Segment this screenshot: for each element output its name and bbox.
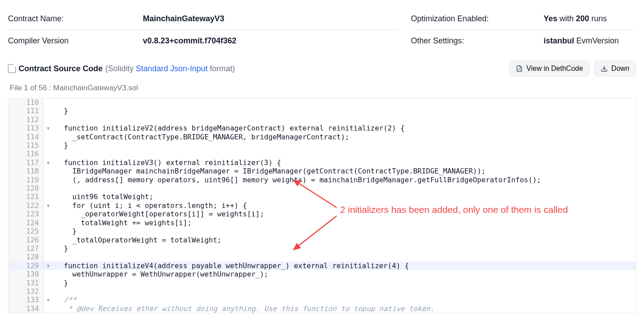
- line-number: 134: [8, 304, 44, 313]
- download-icon: [601, 65, 608, 72]
- fold-toggle: [44, 150, 53, 158]
- code-line[interactable]: _totalOperatorWeight = totalWeight;: [53, 236, 636, 244]
- fold-toggle: [44, 210, 53, 218]
- code-line[interactable]: [53, 287, 636, 296]
- contract-metadata: Contract Name: MainchainGatewayV3 Compil…: [0, 0, 644, 52]
- line-number: 129: [8, 262, 44, 270]
- download-button[interactable]: Down: [594, 61, 636, 77]
- code-viewer[interactable]: 110111 }112113▾ function initializeV2(ad…: [8, 98, 636, 313]
- fold-toggle: [44, 244, 53, 253]
- code-line[interactable]: /**: [53, 296, 636, 304]
- meta-value: Yes with 200 runs: [544, 14, 607, 23]
- fold-toggle: [44, 270, 53, 278]
- line-number: 123: [8, 210, 44, 218]
- code-file-icon: [516, 65, 523, 72]
- meta-label: Other Settings:: [411, 36, 544, 46]
- line-number: 113: [8, 124, 44, 132]
- line-number: 118: [8, 167, 44, 175]
- meta-row-optimization: Optimization Enabled: Yes with 200 runs: [411, 8, 636, 30]
- fold-toggle: [44, 304, 53, 313]
- code-line[interactable]: }: [53, 244, 636, 253]
- fold-toggle[interactable]: ▾: [44, 158, 53, 167]
- fold-toggle[interactable]: ▾: [44, 201, 53, 210]
- meta-value: MainchainGatewayV3: [143, 14, 224, 23]
- meta-label: Contract Name:: [8, 14, 143, 23]
- code-line[interactable]: IBridgeManager mainchainBridgeManager = …: [53, 167, 636, 175]
- code-line[interactable]: uint96 totalWeight;: [53, 192, 636, 201]
- code-line[interactable]: [53, 184, 636, 192]
- line-number: 128: [8, 253, 44, 261]
- line-number: 125: [8, 227, 44, 235]
- fold-toggle: [44, 253, 53, 261]
- json-input-link[interactable]: Standard Json-Input: [136, 64, 207, 73]
- line-number: 112: [8, 115, 44, 124]
- code-line[interactable]: [53, 98, 636, 107]
- line-number: 114: [8, 133, 44, 141]
- fold-toggle: [44, 141, 53, 150]
- file-counter: File 1 of 56 : MainchainGatewayV3.sol: [0, 81, 644, 98]
- fold-toggle: [44, 219, 53, 227]
- code-line[interactable]: function initializeV3() external reiniti…: [53, 158, 636, 167]
- fold-toggle: [44, 167, 53, 175]
- source-code-header: Contract Source Code (Solidity Standard …: [0, 52, 644, 81]
- meta-value: v0.8.23+commit.f704f362: [143, 36, 237, 46]
- line-number: 120: [8, 184, 44, 192]
- line-number: 133: [8, 296, 44, 304]
- fold-toggle: [44, 279, 53, 287]
- fold-toggle: [44, 236, 53, 244]
- line-number: 124: [8, 219, 44, 227]
- code-line[interactable]: }: [53, 279, 636, 287]
- fold-toggle: [44, 133, 53, 141]
- source-code-title: Contract Source Code: [19, 64, 103, 73]
- fold-toggle: [44, 115, 53, 124]
- fold-toggle: [44, 287, 53, 296]
- code-line[interactable]: [53, 150, 636, 158]
- line-number: 132: [8, 287, 44, 296]
- code-line[interactable]: [53, 253, 636, 261]
- code-line[interactable]: totalWeight += weights[i];: [53, 219, 636, 227]
- line-number: 127: [8, 244, 44, 253]
- fold-toggle: [44, 184, 53, 192]
- fold-toggle: [44, 227, 53, 235]
- line-number: 110: [8, 98, 44, 107]
- meta-label: Optimization Enabled:: [411, 14, 544, 23]
- code-line[interactable]: }: [53, 107, 636, 115]
- line-number: 121: [8, 192, 44, 201]
- fold-toggle: [44, 192, 53, 201]
- annotation-text: 2 initializers has been added, only one …: [340, 204, 568, 215]
- line-number: 119: [8, 176, 44, 184]
- line-number: 111: [8, 107, 44, 115]
- line-number: 131: [8, 279, 44, 287]
- line-number: 115: [8, 141, 44, 150]
- code-line[interactable]: _setContract(ContractType.BRIDGE_MANAGER…: [53, 133, 636, 141]
- fold-toggle[interactable]: ▾: [44, 124, 53, 132]
- code-line[interactable]: }: [53, 141, 636, 150]
- line-number: 126: [8, 236, 44, 244]
- source-code-subtitle: (Solidity Standard Json-Input format): [105, 64, 235, 73]
- line-number: 117: [8, 158, 44, 167]
- code-line[interactable]: }: [53, 227, 636, 235]
- code-line[interactable]: [53, 115, 636, 124]
- file-icon: [8, 64, 16, 73]
- view-dethcode-button[interactable]: View in DethCode: [509, 61, 590, 77]
- fold-toggle: [44, 176, 53, 184]
- line-number: 116: [8, 150, 44, 158]
- meta-row-compiler: Compiler Version v0.8.23+commit.f704f362: [8, 30, 398, 52]
- meta-label: Compiler Version: [8, 36, 143, 46]
- fold-toggle: [44, 107, 53, 115]
- code-line[interactable]: function initializeV4(address payable we…: [53, 262, 636, 270]
- fold-toggle[interactable]: ▾: [44, 262, 53, 270]
- code-line[interactable]: function initializeV2(address bridgeMana…: [53, 124, 636, 132]
- meta-value: istanbul EvmVersion: [544, 36, 619, 46]
- fold-toggle[interactable]: ▾: [44, 296, 53, 304]
- line-number: 130: [8, 270, 44, 278]
- code-line[interactable]: * @dev Receives ether without doing anyt…: [53, 304, 636, 313]
- meta-row-other-settings: Other Settings: istanbul EvmVersion: [411, 30, 636, 52]
- fold-toggle: [44, 98, 53, 107]
- code-line[interactable]: wethUnwrapper = WethUnwrapper(wethUnwrap…: [53, 270, 636, 278]
- line-number: 122: [8, 201, 44, 210]
- code-line[interactable]: (, address[] memory operators, uint96[] …: [53, 176, 636, 184]
- meta-row-contract-name: Contract Name: MainchainGatewayV3: [8, 8, 398, 30]
